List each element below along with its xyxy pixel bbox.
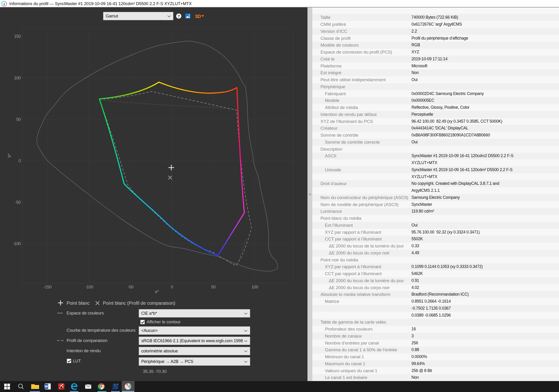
svg-text:b*: b* (7, 153, 12, 157)
svg-text:Point blanc (Profil de compara: Point blanc (Profil de comparaison) (103, 300, 175, 306)
svg-text:0: 0 (19, 159, 21, 163)
svg-text:a*: a* (155, 289, 159, 294)
svg-text:100: 100 (252, 285, 258, 289)
svg-text:100: 100 (14, 76, 21, 80)
svg-text:-100: -100 (85, 285, 93, 289)
svg-text:-100: -100 (13, 241, 21, 246)
svg-text:W: W (45, 384, 48, 388)
svg-text:50: 50 (16, 117, 21, 122)
svg-text:i: i (4, 2, 5, 6)
svg-text:-50: -50 (128, 285, 134, 289)
svg-text:-50: -50 (15, 200, 21, 205)
svg-text:0: 0 (171, 285, 173, 289)
svg-text:?: ? (177, 14, 180, 19)
svg-text:3D: 3D (195, 14, 201, 19)
svg-text:Point blanc: Point blanc (66, 300, 90, 306)
svg-text:50: 50 (211, 285, 216, 289)
svg-text:150: 150 (14, 34, 21, 39)
svg-text:-150: -150 (44, 285, 52, 289)
